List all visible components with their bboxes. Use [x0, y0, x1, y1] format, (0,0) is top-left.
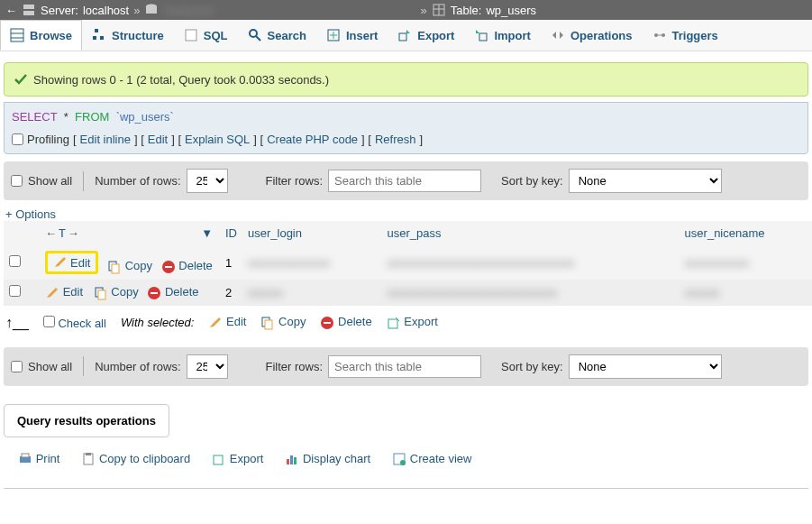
filter-input[interactable] [328, 170, 481, 192]
tab-import[interactable]: Import [464, 20, 540, 51]
tab-sql[interactable]: SQL [174, 20, 238, 51]
sql-icon [184, 28, 198, 42]
edit-highlight: Edit [45, 251, 98, 274]
table-row: Edit Copy Delete 2 xxxxxx xxxxxxxxxxxxxx… [4, 280, 812, 306]
svg-rect-42 [287, 459, 289, 464]
options-toggle[interactable]: + Options [0, 204, 61, 225]
tab-insert[interactable]: Insert [316, 20, 388, 51]
search-icon [248, 28, 262, 42]
left-arrow-icon[interactable]: ← [5, 4, 17, 17]
table-icon [432, 3, 446, 17]
bulk-actions: ↑__ Check all With selected: Edit Copy D… [0, 306, 812, 340]
show-all-label: Show all [28, 174, 72, 188]
tab-search[interactable]: Search [238, 20, 316, 51]
delete-link[interactable]: Delete [178, 259, 213, 272]
cell-user-pass: xxxxxxxxxxxxxxxxxxxxxxxxxxxxx [388, 286, 558, 299]
tab-structure[interactable]: Structure [82, 20, 174, 51]
num-rows-select[interactable]: 25 [187, 354, 228, 379]
refresh-link[interactable]: Refresh [375, 133, 416, 146]
edit-link[interactable]: Edit [148, 133, 168, 146]
clipboard-link[interactable]: Copy to clipboard [99, 452, 190, 465]
edit-link[interactable]: Edit [70, 256, 90, 270]
view-link[interactable]: Create view [410, 452, 472, 465]
cell-id: 1 [220, 245, 242, 280]
svg-rect-7 [11, 29, 23, 41]
bulk-copy[interactable]: Copy [278, 315, 306, 328]
num-rows-label: Number of rows: [95, 174, 180, 188]
bulk-delete[interactable]: Delete [338, 315, 372, 328]
results-ops: Print Copy to clipboard Export Display c… [0, 448, 812, 482]
col-user-pass[interactable]: user_pass [382, 221, 680, 245]
sort-select[interactable]: None [569, 169, 722, 193]
tab-triggers[interactable]: Triggers [643, 20, 728, 51]
operations-icon [551, 28, 565, 42]
num-rows-label: Number of rows: [95, 360, 180, 373]
tab-browse[interactable]: Browse [0, 20, 82, 51]
chart-link[interactable]: Display chart [303, 452, 370, 465]
svg-rect-11 [100, 36, 104, 40]
row-checkbox[interactable] [9, 255, 21, 267]
up-arrow-icon: ↑__ [5, 315, 29, 331]
delete-icon [147, 286, 161, 300]
bulk-export[interactable]: Export [404, 315, 438, 328]
profiling-checkbox[interactable] [12, 133, 23, 145]
cell-user-nicename: xxxxxx [685, 286, 720, 299]
check-all-link[interactable]: Check all [58, 317, 105, 330]
insert-icon [326, 28, 341, 42]
import-icon [474, 28, 488, 42]
col-id[interactable]: ID [220, 221, 242, 245]
pencil-icon [45, 286, 59, 300]
tab-export[interactable]: Export [388, 20, 464, 51]
svg-rect-20 [479, 33, 487, 41]
copy-link[interactable]: Copy [111, 285, 138, 299]
chart-icon [285, 452, 299, 466]
col-user-login[interactable]: user_login [242, 221, 382, 245]
svg-rect-33 [265, 320, 272, 329]
bulk-edit[interactable]: Edit [226, 315, 246, 328]
num-rows-select[interactable]: 25 [187, 169, 228, 193]
sort-select[interactable]: None [569, 354, 722, 379]
edit-inline-link[interactable]: Edit inline [80, 133, 131, 146]
svg-line-15 [256, 36, 260, 41]
server-link[interactable]: localhost [83, 4, 129, 17]
svg-rect-1 [23, 11, 34, 15]
database-label[interactable]: Database [163, 4, 415, 17]
delete-link[interactable]: Delete [165, 285, 199, 299]
table-link[interactable]: wp_users [486, 4, 536, 17]
copy-link[interactable]: Copy [125, 259, 152, 272]
explain-link[interactable]: Explain SQL [185, 133, 250, 146]
svg-point-21 [654, 33, 658, 37]
success-message: Showing rows 0 - 1 (2 total, Query took … [4, 62, 808, 97]
tab-operations[interactable]: Operations [541, 20, 643, 51]
edit-link[interactable]: Edit [63, 285, 83, 299]
print-link[interactable]: Print [36, 452, 60, 465]
copy-icon [107, 260, 122, 274]
filter-label: Filter rows: [266, 360, 324, 373]
show-all-checkbox[interactable] [11, 361, 23, 372]
svg-rect-0 [23, 5, 34, 9]
filter-input[interactable] [328, 355, 481, 378]
php-link[interactable]: Create PHP code [267, 133, 358, 146]
column-nav[interactable]: ←T→▼ [40, 221, 220, 245]
export-link[interactable]: Export [230, 452, 264, 465]
svg-point-46 [400, 460, 406, 465]
with-selected-label: With selected: [121, 316, 195, 329]
table-row: Edit Copy Delete 1 xxxxxxxxxxxxxx xxxxxx… [4, 245, 812, 280]
cell-user-login: xxxxxxxxxxxxxx [248, 256, 330, 270]
copy-icon [260, 316, 275, 330]
browse-icon [10, 28, 24, 42]
col-user-nicename[interactable]: user_nicename [680, 221, 812, 245]
sql-query: SELECT * FROM `wp_users` [12, 110, 800, 124]
row-checkbox[interactable] [9, 285, 21, 297]
check-all-checkbox[interactable] [43, 316, 55, 327]
cell-user-pass: xxxxxxxxxxxxxxxxxxxxxxxxxxxxxxxx [388, 256, 575, 270]
svg-rect-40 [86, 453, 91, 455]
triggers-icon [652, 28, 667, 42]
svg-rect-44 [294, 457, 297, 464]
export-icon [212, 452, 226, 466]
bottom-toolbar: Show all Number of rows: 25 Filter rows:… [4, 347, 808, 386]
show-all-checkbox[interactable] [11, 175, 23, 187]
pencil-icon [53, 255, 68, 270]
server-icon [22, 3, 36, 17]
export-icon [397, 28, 412, 42]
